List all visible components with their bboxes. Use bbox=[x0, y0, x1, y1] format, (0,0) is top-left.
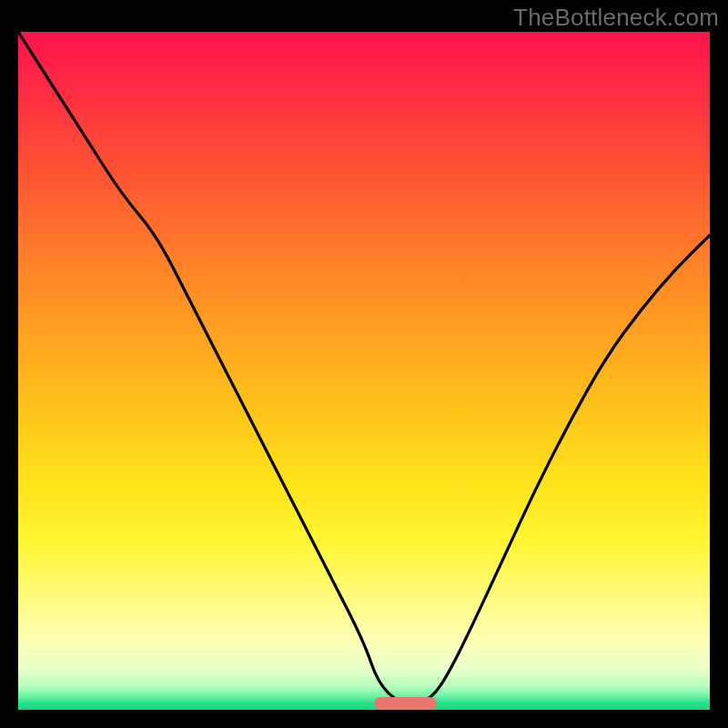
bottleneck-curve bbox=[18, 32, 710, 710]
curve-path bbox=[18, 32, 710, 703]
watermark-text: TheBottleneck.com bbox=[513, 4, 719, 32]
chart-frame: TheBottleneck.com bbox=[0, 0, 728, 728]
optimal-range-marker bbox=[374, 697, 436, 710]
plot-area bbox=[18, 32, 710, 710]
